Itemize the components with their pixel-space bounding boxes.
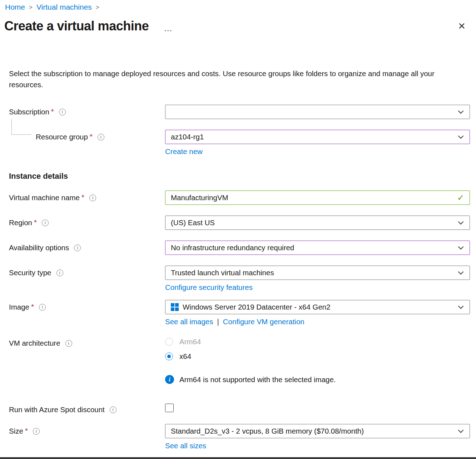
vm-name-label-group: Virtual machine name *: [9, 191, 165, 202]
chevron-down-icon: [458, 269, 464, 275]
image-label: Image: [9, 303, 29, 311]
see-all-sizes-link[interactable]: See all sizes: [165, 441, 206, 450]
vm-name-row: Virtual machine name * ✓: [9, 191, 470, 205]
vm-architecture-label: VM architecture: [9, 339, 60, 347]
chevron-down-icon: [458, 303, 464, 309]
azure-spot-label: Run with Azure Spot discount: [9, 405, 105, 414]
subscription-label-group: Subscription *: [9, 105, 165, 116]
availability-options-row: Availability options No infrastructure r…: [9, 241, 470, 255]
create-new-link[interactable]: Create new: [165, 147, 203, 156]
radio-label-arm64: Arm64: [179, 337, 201, 346]
info-icon[interactable]: [74, 245, 81, 251]
link-separator: |: [217, 317, 219, 326]
size-label: Size: [9, 427, 23, 435]
radio-option-arm64: Arm64: [165, 337, 470, 346]
image-control-col: Windows Server 2019 Datacenter - x64 Gen…: [165, 300, 470, 326]
security-type-dropdown[interactable]: Trusted launch virtual machines: [165, 266, 470, 280]
info-icon[interactable]: [65, 340, 72, 347]
image-label-group: Image *: [9, 300, 165, 311]
region-label: Region: [9, 218, 32, 227]
more-options-icon[interactable]: …: [164, 24, 173, 33]
radio-option-x64[interactable]: x64: [165, 352, 470, 361]
security-type-label-group: Security type: [9, 266, 165, 277]
region-dropdown[interactable]: (US) East US: [165, 216, 470, 230]
availability-options-control-col: No infrastructure redundancy required: [165, 241, 470, 255]
availability-options-label-group: Availability options: [9, 241, 165, 252]
size-control-col: Standard_D2s_v3 - 2 vcpus, 8 GiB memory …: [165, 424, 470, 450]
vm-architecture-label-group: VM architecture: [9, 336, 165, 347]
close-icon[interactable]: ✕: [456, 21, 467, 31]
region-value: (US) East US: [171, 218, 455, 227]
info-icon[interactable]: [56, 270, 63, 276]
configure-security-features-link[interactable]: Configure security features: [165, 283, 253, 292]
vm-name-control-col: ✓: [165, 191, 470, 205]
breadcrumb-separator-icon: >: [29, 4, 33, 11]
region-row: Region * (US) East US: [9, 216, 470, 230]
info-icon[interactable]: [33, 428, 40, 435]
required-marker: *: [25, 426, 28, 435]
vm-name-field: ✓: [165, 191, 470, 205]
bottom-bar: [0, 457, 476, 459]
info-icon[interactable]: [110, 406, 116, 413]
required-marker: *: [31, 302, 34, 311]
vm-name-label: Virtual machine name: [9, 193, 80, 202]
resource-group-control-col: az104-rg1 Create new: [165, 130, 470, 156]
valid-check-icon: ✓: [457, 193, 464, 203]
info-icon[interactable]: [39, 304, 46, 311]
image-value: Windows Server 2019 Datacenter - x64 Gen…: [183, 303, 455, 311]
required-marker: *: [34, 218, 37, 227]
chevron-down-icon: [458, 219, 464, 224]
size-value: Standard_D2s_v3 - 2 vcpus, 8 GiB memory …: [171, 427, 455, 435]
arm64-info-message: Arm64 is not supported with the selected…: [165, 375, 470, 384]
security-type-label: Security type: [9, 268, 51, 277]
azure-spot-row: Run with Azure Spot discount: [9, 403, 470, 414]
region-control-col: (US) East US: [165, 216, 470, 230]
resource-group-dropdown[interactable]: az104-rg1: [165, 130, 470, 144]
chevron-down-icon: [458, 427, 464, 433]
configure-vm-generation-link[interactable]: Configure VM generation: [223, 317, 304, 326]
tree-connector: [11, 119, 31, 135]
radio-label-x64: x64: [179, 352, 191, 361]
chevron-down-icon: [458, 108, 464, 114]
size-dropdown[interactable]: Standard_D2s_v3 - 2 vcpus, 8 GiB memory …: [165, 424, 470, 438]
info-icon[interactable]: [42, 219, 49, 226]
info-icon[interactable]: [89, 194, 96, 201]
info-icon[interactable]: [59, 109, 66, 115]
size-row: Size * Standard_D2s_v3 - 2 vcpus, 8 GiB …: [9, 424, 470, 450]
intro-text: Select the subscription to manage deploy…: [9, 68, 463, 90]
radio-selected-icon: [165, 352, 173, 360]
required-marker: *: [81, 193, 84, 202]
required-marker: *: [90, 132, 93, 141]
breadcrumb: Home > Virtual machines >: [4, 3, 470, 11]
resource-group-label-group: Resource group *: [9, 130, 165, 141]
security-type-row: Security type Trusted launch virtual mac…: [9, 266, 470, 292]
info-filled-icon: [165, 375, 174, 384]
vm-name-input[interactable]: [171, 193, 453, 202]
resource-group-label: Resource group: [36, 133, 88, 141]
instance-details-heading: Instance details: [9, 172, 470, 181]
info-icon[interactable]: [98, 134, 104, 140]
region-label-group: Region *: [9, 216, 165, 227]
windows-logo-icon: [171, 303, 179, 311]
image-dropdown[interactable]: Windows Server 2019 Datacenter - x64 Gen…: [165, 300, 470, 314]
subscription-row: Subscription *: [9, 105, 470, 119]
see-all-images-link[interactable]: See all images: [165, 317, 213, 326]
vm-architecture-radio-group: Arm64 x64: [165, 336, 470, 361]
subscription-control-col: [165, 105, 470, 119]
image-links-row: See all images | Configure VM generation: [165, 317, 470, 326]
security-type-control-col: Trusted launch virtual machines Configur…: [165, 266, 470, 292]
image-row: Image * Windows Server 2019 Datacenter -…: [9, 300, 470, 326]
radio-icon: [165, 338, 173, 346]
availability-options-dropdown[interactable]: No infrastructure redundancy required: [165, 241, 470, 255]
vm-architecture-row: VM architecture Arm64 x64 Arm64 is: [9, 336, 470, 384]
subscription-dropdown[interactable]: [165, 105, 470, 119]
azure-spot-control-col: [165, 403, 470, 413]
arm64-info-text: Arm64 is not supported with the selected…: [179, 375, 336, 384]
breadcrumb-virtual-machines[interactable]: Virtual machines: [36, 3, 92, 11]
azure-spot-checkbox[interactable]: [165, 404, 174, 412]
azure-spot-label-group: Run with Azure Spot discount: [9, 403, 165, 414]
chevron-down-icon: [458, 244, 464, 250]
security-type-value: Trusted launch virtual machines: [171, 268, 455, 277]
availability-options-value: No infrastructure redundancy required: [171, 243, 455, 252]
breadcrumb-home[interactable]: Home: [5, 3, 25, 11]
